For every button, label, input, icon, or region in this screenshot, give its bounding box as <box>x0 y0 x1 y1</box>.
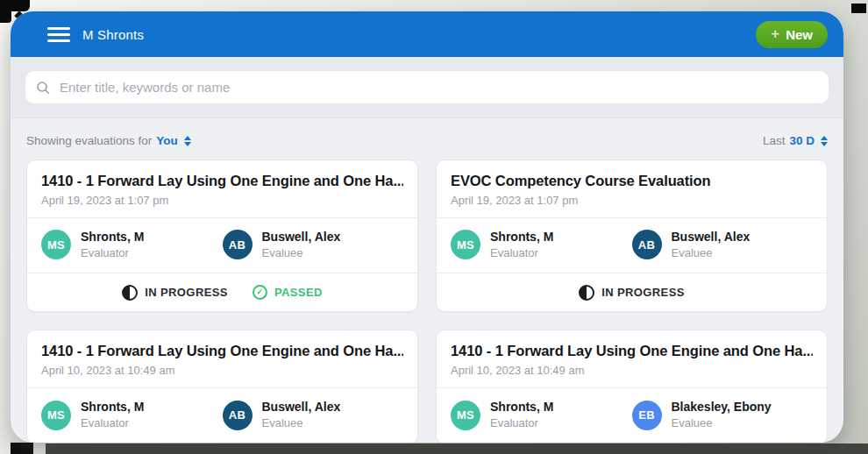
person-name: Buswell, Alex <box>672 229 751 245</box>
person-role: Evaluee <box>672 415 772 431</box>
frame-corner-mark <box>0 0 11 23</box>
evaluator: MS Shronts, M Evaluator <box>41 229 223 260</box>
half-circle-icon <box>579 285 594 301</box>
evaluator: MS Shronts, M Evaluator <box>41 399 223 430</box>
plus-icon: + <box>771 28 779 40</box>
evaluations-for-label: Showing evaluations for <box>26 134 152 147</box>
evaluee: AB Buswell, Alex Evaluee <box>223 229 404 260</box>
updown-arrows-icon <box>821 136 828 146</box>
avatar: EB <box>632 401 662 430</box>
status-row: IN PROGRESS ✓ PASSED <box>27 273 417 311</box>
app-header: M Shronts + New <box>11 11 843 57</box>
menu-icon[interactable] <box>47 27 70 42</box>
person-name: Shronts, M <box>490 229 553 245</box>
avatar: AB <box>223 401 253 430</box>
person-name: Shronts, M <box>81 399 144 415</box>
date-range-label: Last <box>763 134 786 147</box>
avatar: MS <box>451 230 480 259</box>
person-name: Shronts, M <box>81 229 144 245</box>
evaluations-for-filter[interactable]: Showing evaluations for You <box>26 134 191 147</box>
person-name: Blakesley, Ebony <box>672 399 772 415</box>
evaluations-for-value: You <box>156 134 178 147</box>
evaluation-card[interactable]: EVOC Competency Course Evaluation April … <box>436 160 828 312</box>
person-role: Evaluator <box>81 415 144 431</box>
date-range-value: 30 D <box>789 134 815 147</box>
evaluation-date: April 10, 2023 at 10:49 am <box>41 364 403 377</box>
search-input[interactable] <box>58 79 818 96</box>
evaluation-card[interactable]: 1410 - 1 Forward Lay Using One Engine an… <box>436 330 828 443</box>
evaluation-date: April 10, 2023 at 10:49 am <box>451 364 813 377</box>
new-button-label: New <box>786 27 813 42</box>
updown-arrows-icon <box>184 136 191 146</box>
person-role: Evaluee <box>262 415 341 431</box>
search-bar[interactable] <box>25 71 829 103</box>
date-range-filter[interactable]: Last 30 D <box>763 134 828 147</box>
evaluation-card[interactable]: 1410 - 1 Forward Lay Using One Engine an… <box>26 330 418 443</box>
evaluation-title: 1410 - 1 Forward Lay Using One Engine an… <box>41 343 403 359</box>
avatar: AB <box>632 230 662 259</box>
evaluation-card-grid: 1410 - 1 Forward Lay Using One Engine an… <box>26 160 828 443</box>
evaluation-card[interactable]: 1410 - 1 Forward Lay Using One Engine an… <box>26 160 418 312</box>
person-role: Evaluator <box>490 245 553 261</box>
search-icon <box>36 81 50 95</box>
filter-row: Showing evaluations for You Last 30 D <box>26 134 828 147</box>
avatar: MS <box>451 401 480 430</box>
app-window: M Shronts + New Showing evaluations for … <box>11 11 843 443</box>
person-role: Evaluee <box>672 245 751 261</box>
page-title: M Shronts <box>82 27 144 42</box>
evaluation-title: 1410 - 1 Forward Lay Using One Engine an… <box>451 343 813 359</box>
person-name: Buswell, Alex <box>262 229 341 245</box>
evaluation-title: EVOC Competency Course Evaluation <box>451 173 813 189</box>
evaluee: EB Blakesley, Ebony Evaluee <box>632 399 814 430</box>
evaluee: AB Buswell, Alex Evaluee <box>223 399 404 430</box>
status-row: IN PROGRESS <box>437 273 827 311</box>
status-in-progress: IN PROGRESS <box>579 285 685 301</box>
person-role: Evaluee <box>262 245 341 261</box>
person-role: Evaluator <box>81 245 144 261</box>
evaluation-date: April 19, 2023 at 1:07 pm <box>41 194 403 207</box>
frame-corner-mark <box>851 4 866 13</box>
frame-bottom-strip <box>46 443 868 454</box>
evaluation-date: April 19, 2023 at 1:07 pm <box>451 194 813 207</box>
main-content: Showing evaluations for You Last 30 D 14… <box>11 134 843 443</box>
evaluator: MS Shronts, M Evaluator <box>451 229 632 260</box>
evaluee: AB Buswell, Alex Evaluee <box>632 229 814 260</box>
person-name: Shronts, M <box>490 399 553 415</box>
person-role: Evaluator <box>490 415 553 431</box>
half-circle-icon <box>122 285 138 301</box>
frame-corner-mark <box>11 443 33 454</box>
search-section <box>11 57 843 118</box>
avatar: AB <box>223 230 253 259</box>
status-passed: ✓ PASSED <box>253 285 323 300</box>
evaluator: MS Shronts, M Evaluator <box>451 399 632 430</box>
avatar: MS <box>41 230 71 259</box>
avatar: MS <box>41 401 71 430</box>
evaluation-title: 1410 - 1 Forward Lay Using One Engine an… <box>41 173 403 189</box>
status-in-progress: IN PROGRESS <box>122 285 228 301</box>
new-button[interactable]: + New <box>756 21 828 48</box>
check-circle-icon: ✓ <box>253 285 267 300</box>
person-name: Buswell, Alex <box>262 399 341 415</box>
